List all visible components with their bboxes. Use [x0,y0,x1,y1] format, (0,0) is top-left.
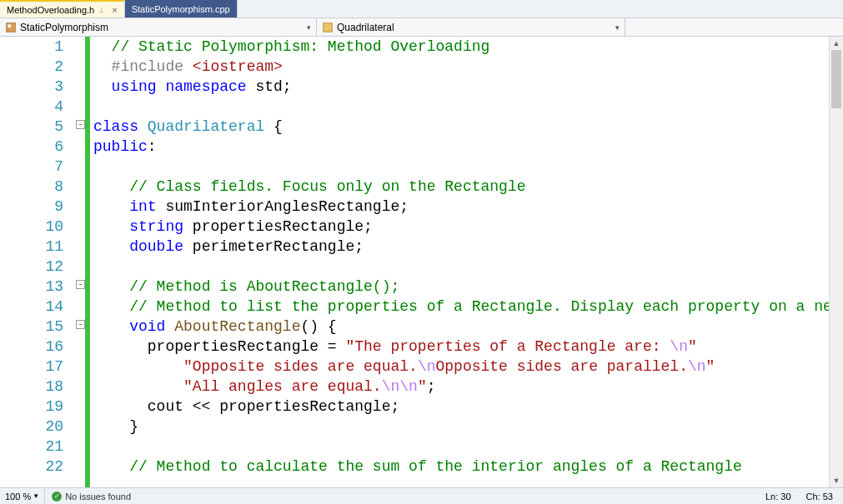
fold-toggle[interactable]: - [76,280,85,289]
cursor-position: Ln: 30 Ch: 53 [755,492,843,502]
fold-toggle[interactable]: - [76,320,85,329]
tab-active[interactable]: MethodOverloading.h ⟂ × [0,0,125,17]
chevron-down-icon: ▼ [33,492,39,500]
issues-text: No issues found [65,492,131,502]
vertical-scrollbar[interactable]: ▲ ▼ [829,37,843,487]
issues-indicator[interactable]: ✓ No issues found [45,492,138,502]
tab-label: StaticPolymorphism.cpp [132,4,230,14]
struct-icon [322,22,334,33]
zoom-value: 100 % [5,492,31,502]
scroll-down-icon[interactable]: ▼ [830,474,843,487]
chevron-down-icon: ▾ [307,23,311,32]
class-icon [5,22,17,33]
tab-label: MethodOverloading.h [7,5,94,15]
scroll-up-icon[interactable]: ▲ [830,37,843,50]
zoom-level[interactable]: 100 % ▼ [0,488,45,504]
code-area[interactable]: // Static Polymorphism: Method Overloadi… [93,37,843,487]
code-editor[interactable]: 12345678910111213141516171819202122 - - … [0,37,843,487]
close-icon[interactable]: × [112,5,117,15]
member-dropdown[interactable]: Quadrilateral ▾ [317,18,625,36]
check-icon: ✓ [52,492,62,502]
nav-empty [625,18,843,36]
change-margin: - - - [78,37,93,487]
change-indicator [85,37,90,487]
tab-inactive[interactable]: StaticPolymorphism.cpp [125,0,238,17]
line-indicator: Ln: 30 [765,492,791,502]
column-indicator: Ch: 53 [806,492,833,502]
svg-rect-1 [8,24,12,27]
chevron-down-icon: ▾ [615,23,620,32]
scope-label: StaticPolymorphism [20,22,108,33]
fold-toggle[interactable]: - [76,120,85,129]
line-number-gutter: 12345678910111213141516171819202122 [0,37,78,487]
pin-icon[interactable]: ⟂ [99,6,103,14]
svg-rect-2 [324,22,333,32]
editor-tab-bar: MethodOverloading.h ⟂ × StaticPolymorphi… [0,0,843,18]
scope-dropdown[interactable]: StaticPolymorphism ▾ [0,18,317,36]
navigation-bar: StaticPolymorphism ▾ Quadrilateral ▾ [0,18,843,37]
status-bar: 100 % ▼ ✓ No issues found Ln: 30 Ch: 53 [0,487,843,504]
member-label: Quadrilateral [337,22,394,33]
scroll-thumb[interactable] [831,50,841,108]
